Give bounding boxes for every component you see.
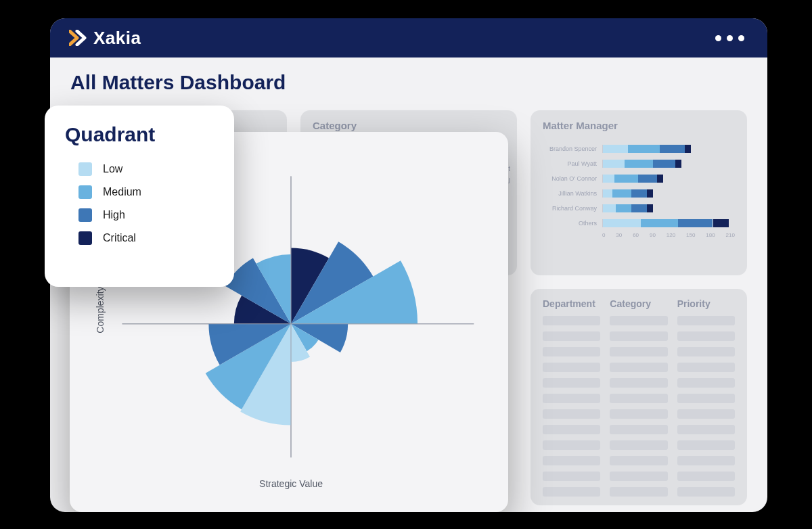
table-cell-placeholder — [543, 409, 600, 419]
card-title: Matter Manager — [531, 110, 747, 137]
mm-bar-seg-medium — [612, 189, 631, 198]
table-row — [543, 331, 735, 341]
dot-icon — [738, 35, 744, 41]
table-cell-placeholder — [610, 331, 667, 341]
table-cell-placeholder — [610, 316, 667, 325]
table-cell-placeholder — [543, 425, 600, 434]
table-col-category: Category — [610, 298, 667, 309]
mm-bar-seg-medium — [628, 145, 659, 153]
table-cell-placeholder — [677, 487, 735, 497]
mm-bar — [602, 204, 735, 212]
table-header: Department Category Priority — [531, 289, 747, 316]
table-cell-placeholder — [677, 363, 735, 372]
table-cell-placeholder — [543, 472, 600, 481]
more-menu-button[interactable] — [715, 35, 744, 41]
page-title: All Matters Dashboard — [70, 71, 767, 94]
table-cell-placeholder — [677, 472, 735, 481]
mm-bar-seg-high — [678, 219, 713, 227]
mm-row-label: Brandon Spencer — [543, 145, 602, 152]
mm-bar — [602, 189, 735, 198]
mm-bar-seg-critical — [685, 145, 691, 153]
axis-tick: 120 — [667, 232, 675, 238]
mm-bar-seg-high — [660, 145, 685, 153]
swatch-icon — [78, 185, 92, 199]
axis-tick: 60 — [633, 232, 639, 238]
table-body — [531, 316, 747, 497]
table-row — [543, 394, 735, 403]
table-cell-placeholder — [543, 487, 600, 497]
table-row — [543, 456, 735, 465]
legend-label: Low — [103, 163, 122, 175]
table-row — [543, 425, 735, 434]
brand-name: Xakia — [93, 28, 141, 49]
table-cell-placeholder — [610, 456, 667, 465]
table-cell-placeholder — [610, 394, 667, 403]
table-cell-placeholder — [677, 347, 735, 356]
table-col-department: Department — [543, 298, 600, 309]
legend-item-medium[interactable]: Medium — [78, 185, 214, 199]
table-cell-placeholder — [610, 487, 667, 497]
swatch-icon — [78, 208, 92, 222]
mm-bar-seg-critical — [675, 160, 681, 168]
mm-bar-seg-low — [603, 160, 625, 168]
mm-row-label: Richard Conway — [543, 205, 602, 212]
mm-bar — [602, 175, 735, 183]
mm-bar — [602, 145, 735, 153]
table-cell-placeholder — [543, 394, 600, 403]
mm-bar-seg-low — [603, 219, 641, 227]
table-row — [543, 409, 735, 419]
mm-bar-seg-medium — [641, 219, 679, 227]
table-cell-placeholder — [677, 456, 735, 465]
table-row — [543, 487, 735, 497]
legend-label: Medium — [103, 186, 141, 198]
table-row — [543, 378, 735, 388]
legend-label: Critical — [103, 232, 136, 244]
mm-bar-seg-high — [653, 160, 675, 168]
axis-tick: 210 — [726, 232, 735, 238]
table-row — [543, 363, 735, 372]
swatch-icon — [78, 231, 92, 245]
mm-bar-seg-high — [631, 189, 647, 198]
legend-item-critical[interactable]: Critical — [78, 231, 214, 245]
table-cell-placeholder — [610, 363, 667, 372]
legend-card: Quadrant LowMediumHighCritical — [45, 106, 234, 287]
table-cell-placeholder — [677, 394, 735, 403]
mm-bar-seg-low — [603, 204, 616, 212]
mm-row: Richard Conway — [543, 201, 735, 216]
table-col-priority: Priority — [677, 298, 735, 309]
axis-label-y: Complexity — [95, 286, 106, 333]
mm-row: Brandon Spencer — [543, 141, 735, 156]
mm-x-axis: 0306090120150180210 — [602, 231, 735, 238]
mm-row-label: Others — [543, 220, 602, 227]
card-table: Department Category Priority — [531, 289, 747, 505]
legend-item-high[interactable]: High — [78, 208, 214, 222]
axis-tick: 150 — [686, 232, 695, 238]
titlebar: Xakia — [50, 18, 767, 58]
dot-icon — [715, 35, 721, 41]
mm-row: Nolan O' Connor — [543, 171, 735, 186]
table-cell-placeholder — [543, 363, 600, 372]
table-cell-placeholder — [610, 378, 667, 388]
legend-item-low[interactable]: Low — [78, 162, 214, 176]
axis-tick: 90 — [650, 232, 656, 238]
table-cell-placeholder — [610, 425, 667, 434]
axis-label-x: Strategic Value — [259, 478, 323, 489]
mm-bar-seg-medium — [625, 160, 653, 168]
table-cell-placeholder — [543, 378, 600, 388]
table-cell-placeholder — [543, 347, 600, 356]
table-row — [543, 347, 735, 356]
axis-tick: 30 — [616, 232, 622, 238]
mm-bar-seg-critical — [647, 204, 653, 212]
table-row — [543, 316, 735, 325]
mm-bar-seg-high — [638, 175, 657, 183]
table-cell-placeholder — [543, 331, 600, 341]
legend-label: High — [103, 209, 125, 221]
table-cell-placeholder — [677, 425, 735, 434]
table-cell-placeholder — [610, 347, 667, 356]
table-cell-placeholder — [610, 472, 667, 481]
table-cell-placeholder — [543, 316, 600, 325]
table-row — [543, 440, 735, 450]
axis-tick: 180 — [706, 232, 715, 238]
mm-row-label: Jillian Watkins — [543, 190, 602, 197]
dot-icon — [727, 35, 733, 41]
